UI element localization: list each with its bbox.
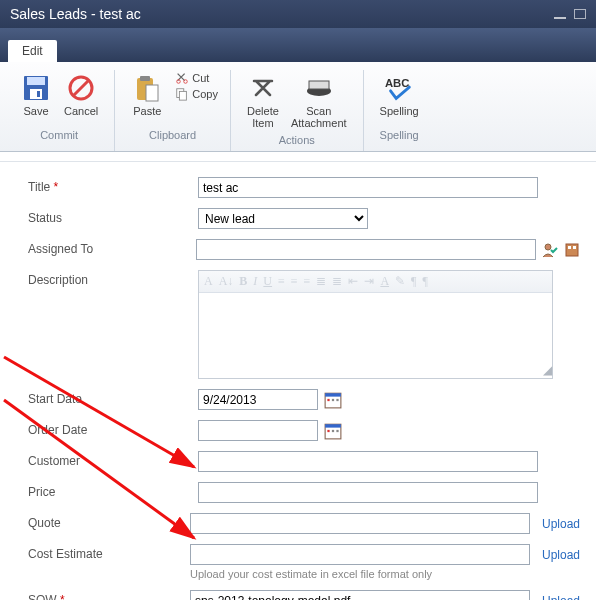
status-label: Status (28, 208, 198, 225)
window-title: Sales Leads - test ac (10, 6, 141, 22)
rte-highlight-icon[interactable]: ✎ (395, 274, 405, 289)
svg-rect-12 (180, 91, 187, 100)
calendar-icon[interactable] (324, 422, 342, 440)
svg-rect-25 (332, 398, 334, 400)
rte-toolbar: A A↓ B I U ≡ ≡ ≡ ≣ ≣ ⇤ ⇥ A ✎ ¶ ¶ (199, 271, 552, 293)
description-label: Description (28, 270, 198, 287)
rte-outdent-icon[interactable]: ⇤ (348, 274, 358, 289)
status-select[interactable]: New lead (198, 208, 368, 229)
svg-rect-31 (336, 429, 338, 431)
rte-fontcolor-icon[interactable]: A (380, 274, 389, 289)
svg-point-10 (184, 80, 188, 84)
sow-input[interactable] (190, 590, 530, 600)
rte-underline-icon[interactable]: U (263, 274, 272, 289)
cancel-button[interactable]: Cancel (58, 70, 104, 119)
cost-estimate-hint: Upload your cost estimate in excel file … (190, 568, 432, 580)
group-label-clipboard: Clipboard (125, 126, 220, 144)
svg-rect-24 (327, 398, 329, 400)
window-controls (550, 6, 586, 22)
cost-estimate-input[interactable] (190, 544, 530, 565)
paste-button[interactable]: Paste (125, 70, 169, 119)
rte-align-center-icon[interactable]: ≡ (291, 274, 298, 289)
svg-rect-2 (30, 89, 42, 99)
quote-label: Quote (28, 513, 190, 530)
group-label-spelling: Spelling (374, 126, 425, 144)
ribbon-tabstrip: Edit (0, 28, 596, 62)
rte-list-number-icon[interactable]: ≣ (332, 274, 342, 289)
ribbon-group-spelling: ABC Spelling Spelling (364, 70, 435, 151)
rte-indent-icon[interactable]: ⇥ (364, 274, 374, 289)
sow-label: SOW * (28, 590, 190, 600)
copy-button[interactable]: Copy (173, 86, 220, 102)
rte-rtl-icon[interactable]: ¶ (422, 274, 427, 289)
tab-edit[interactable]: Edit (8, 40, 57, 62)
svg-rect-7 (140, 76, 150, 81)
cost-estimate-label: Cost Estimate (28, 544, 190, 561)
delete-icon (247, 72, 279, 104)
svg-rect-21 (573, 246, 576, 249)
scanner-icon (303, 72, 335, 104)
save-button[interactable]: Save (14, 70, 58, 119)
description-input[interactable] (199, 293, 552, 363)
svg-rect-23 (325, 393, 341, 396)
order-date-input[interactable] (198, 420, 318, 441)
svg-rect-19 (566, 244, 578, 256)
svg-text:ABC: ABC (385, 77, 409, 89)
rte-list-bullet-icon[interactable]: ≣ (316, 274, 326, 289)
rte-italic-icon[interactable]: I (253, 274, 257, 289)
calendar-icon[interactable] (324, 391, 342, 409)
maximize-icon[interactable] (574, 9, 586, 19)
assigned-to-input[interactable] (196, 239, 536, 260)
rte-align-right-icon[interactable]: ≡ (304, 274, 311, 289)
svg-rect-3 (37, 91, 40, 97)
svg-rect-30 (332, 429, 334, 431)
rte-align-left-icon[interactable]: ≡ (278, 274, 285, 289)
cut-icon (175, 71, 189, 85)
delete-item-button[interactable]: Delete Item (241, 70, 285, 131)
cut-button[interactable]: Cut (173, 70, 220, 86)
start-date-input[interactable] (198, 389, 318, 410)
resize-grip-icon[interactable]: ◢ (199, 363, 552, 378)
cancel-icon (65, 72, 97, 104)
rte-font-a2-icon[interactable]: A↓ (219, 274, 234, 289)
spelling-icon: ABC (383, 72, 415, 104)
ribbon: Save Cancel Commit Paste Cut (0, 62, 596, 152)
svg-rect-26 (336, 398, 338, 400)
cost-estimate-upload-link[interactable]: Upload (542, 548, 580, 562)
sow-upload-link[interactable]: Upload (542, 594, 580, 601)
start-date-label: Start Date (28, 389, 198, 406)
title-label: Title * (28, 177, 198, 194)
svg-rect-1 (27, 77, 45, 85)
customer-input[interactable] (198, 451, 538, 472)
minimize-icon[interactable] (554, 14, 566, 19)
ribbon-group-commit: Save Cancel Commit (4, 70, 115, 151)
quote-input[interactable] (190, 513, 530, 534)
description-editor: A A↓ B I U ≡ ≡ ≡ ≣ ≣ ⇤ ⇥ A ✎ ¶ ¶ (198, 270, 553, 379)
svg-line-5 (73, 80, 89, 96)
check-names-icon[interactable] (542, 242, 558, 258)
quote-upload-link[interactable]: Upload (542, 517, 580, 531)
scan-attachment-button[interactable]: Scan Attachment (285, 70, 353, 131)
ribbon-group-clipboard: Paste Cut Copy Clipboard (115, 70, 231, 151)
group-label-actions: Actions (241, 131, 353, 149)
svg-rect-8 (146, 85, 158, 101)
spelling-button[interactable]: ABC Spelling (374, 70, 425, 119)
customer-label: Customer (28, 451, 198, 468)
breadcrumb (0, 152, 596, 162)
browse-people-icon[interactable] (564, 242, 580, 258)
form-body: Title * Status New lead Assigned To Desc… (0, 162, 596, 600)
price-input[interactable] (198, 482, 538, 503)
order-date-label: Order Date (28, 420, 198, 437)
window-titlebar: Sales Leads - test ac (0, 0, 596, 28)
ribbon-group-actions: Delete Item Scan Attachment Actions (231, 70, 364, 151)
svg-rect-28 (325, 424, 341, 427)
copy-icon (175, 87, 189, 101)
rte-bold-icon[interactable]: B (239, 274, 247, 289)
save-icon (20, 72, 52, 104)
rte-ltr-icon[interactable]: ¶ (411, 274, 416, 289)
assigned-to-label: Assigned To (28, 239, 196, 256)
rte-font-a1-icon[interactable]: A (204, 274, 213, 289)
svg-rect-20 (568, 246, 571, 249)
price-label: Price (28, 482, 198, 499)
title-input[interactable] (198, 177, 538, 198)
